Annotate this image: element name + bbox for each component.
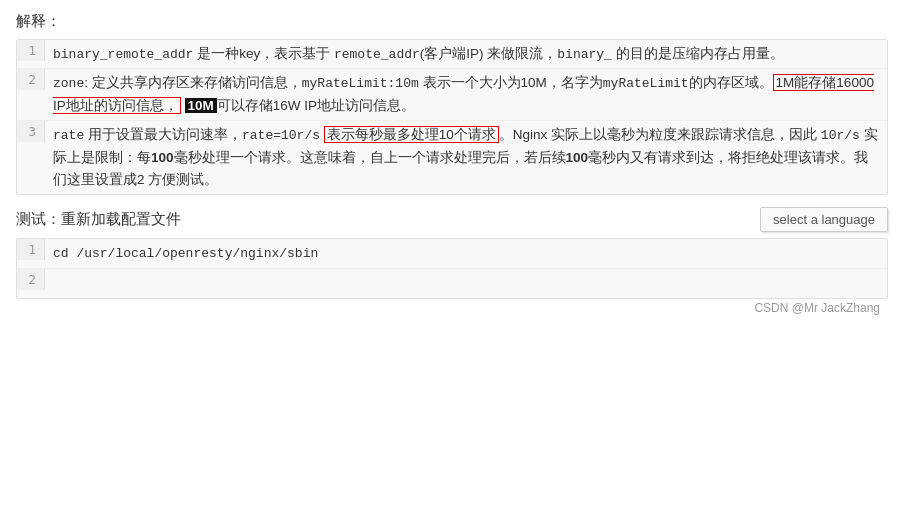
explain-title: 解释：: [16, 12, 888, 31]
test-line-1-content: cd /usr/local/openresty/nginx/sbin: [45, 239, 887, 268]
test-code-block: 1 cd /usr/local/openresty/nginx/sbin 2: [16, 238, 888, 299]
explain-3-text: rate 用于设置最大访问速率，rate=10r/s 表示每秒最多处理10个请求…: [53, 127, 878, 187]
highlight-rate: 表示每秒最多处理10个请求: [324, 126, 499, 143]
explain-line-2: 2 zone: 定义共享内存区来存储访问信息，myRateLimit:10m 表…: [17, 69, 887, 121]
highlight-10m: 10M: [185, 98, 217, 113]
test-line-num-1: 1: [17, 239, 45, 260]
test-code-1: cd /usr/local/openresty/nginx/sbin: [53, 246, 318, 261]
explain-line-2-content: zone: 定义共享内存区来存储访问信息，myRateLimit:10m 表示一…: [45, 69, 887, 120]
explain-1-text: 是一种key，表示基于 remote_addr(客户端IP) 来做限流，bina…: [197, 46, 783, 61]
line-num-3: 3: [17, 121, 45, 142]
explain-line-1-content: binary_remote_addr 是一种key，表示基于 remote_ad…: [45, 40, 887, 68]
highlight-1m: 1M能存储16000 IP地址的访问信息，: [53, 74, 874, 113]
test-line-2-content: [45, 269, 887, 298]
keyword-binary: binary_remote_addr: [53, 47, 193, 62]
test-title: 测试：重新加载配置文件: [16, 210, 181, 229]
line-num-2: 2: [17, 69, 45, 90]
test-code-2: [53, 276, 61, 291]
explain-line-1: 1 binary_remote_addr 是一种key，表示基于 remote_…: [17, 40, 887, 69]
test-section-header: 测试：重新加载配置文件 select a language: [16, 207, 888, 232]
footer-attribution: CSDN @Mr JackZhang: [16, 299, 888, 319]
test-line-num-2: 2: [17, 269, 45, 290]
test-line-1: 1 cd /usr/local/openresty/nginx/sbin: [17, 239, 887, 269]
line-num-1: 1: [17, 40, 45, 61]
explain-line-3: 3 rate 用于设置最大访问速率，rate=10r/s 表示每秒最多处理10个…: [17, 121, 887, 194]
explanation-block: 1 binary_remote_addr 是一种key，表示基于 remote_…: [16, 39, 888, 195]
select-language-button[interactable]: select a language: [760, 207, 888, 232]
explain-line-3-content: rate 用于设置最大访问速率，rate=10r/s 表示每秒最多处理10个请求…: [45, 121, 887, 194]
explain-2-text1: zone: 定义共享内存区来存储访问信息，myRateLimit:10m 表示一…: [53, 75, 874, 112]
main-container: 解释： 1 binary_remote_addr 是一种key，表示基于 rem…: [0, 0, 904, 525]
test-line-2: 2: [17, 269, 887, 298]
